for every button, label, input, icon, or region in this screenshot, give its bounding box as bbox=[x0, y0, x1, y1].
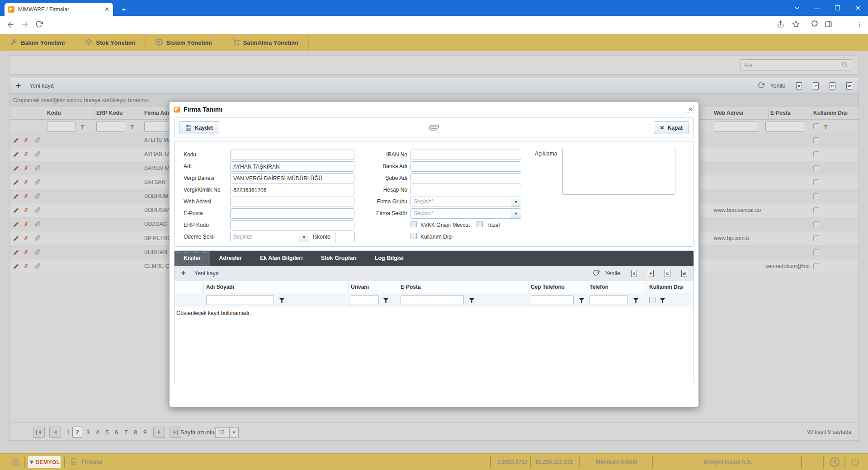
filter-eposta-input[interactable] bbox=[401, 295, 464, 305]
filter-funnel-icon[interactable] bbox=[279, 297, 284, 305]
delete-x-icon[interactable]: ✗ bbox=[24, 165, 28, 171]
firma-grubu-select[interactable]: Seçiniz! ▼ bbox=[410, 197, 521, 207]
window-minimize-button[interactable]: — bbox=[807, 0, 827, 16]
home-icon[interactable] bbox=[12, 458, 20, 468]
filter-adi-soyadi-input[interactable] bbox=[206, 295, 274, 305]
edit-pencil-icon[interactable] bbox=[13, 165, 19, 173]
col-unvani[interactable]: Ünvanı bbox=[351, 284, 369, 290]
filter-funnel-icon[interactable] bbox=[660, 297, 665, 305]
filter-erp-input[interactable] bbox=[96, 122, 125, 132]
next-page-button[interactable] bbox=[153, 427, 165, 438]
edit-pencil-icon[interactable] bbox=[13, 137, 19, 145]
new-tab-button[interactable]: + bbox=[118, 4, 129, 15]
hesap-no-input[interactable] bbox=[410, 185, 521, 195]
edit-pencil-icon[interactable] bbox=[13, 193, 19, 201]
delete-x-icon[interactable]: ✗ bbox=[24, 193, 28, 199]
delete-x-icon[interactable]: ✗ bbox=[24, 221, 28, 227]
page-number[interactable]: 1 bbox=[66, 429, 70, 436]
aciklama-textarea[interactable] bbox=[562, 148, 675, 195]
filter-funnel-icon[interactable] bbox=[579, 297, 584, 305]
browser-menu-kebab-icon[interactable]: ⋮ bbox=[856, 20, 863, 28]
page-size-select[interactable]: 10 ▼ bbox=[215, 427, 239, 438]
tab-log-bilgisi[interactable]: Log Bilgisi bbox=[366, 251, 413, 266]
sube-adi-input[interactable] bbox=[410, 173, 521, 183]
delete-x-icon[interactable]: ✗ bbox=[24, 137, 28, 143]
col-eposta[interactable]: E-Posta bbox=[770, 110, 791, 116]
page-number[interactable]: 5 bbox=[105, 429, 108, 436]
delete-x-icon[interactable]: ✗ bbox=[24, 207, 28, 213]
search-icon[interactable] bbox=[841, 61, 848, 70]
tab-stok-gruplari[interactable]: Stok Grupları bbox=[312, 251, 366, 266]
chevron-down-icon[interactable]: ▼ bbox=[229, 428, 238, 437]
filter-funnel-icon[interactable] bbox=[823, 123, 828, 132]
page-number[interactable]: 8 bbox=[134, 429, 137, 436]
attachment-clip-icon[interactable] bbox=[35, 249, 41, 256]
tab-close-icon[interactable]: ✕ bbox=[104, 6, 109, 13]
power-logout-icon[interactable] bbox=[851, 457, 859, 468]
new-record-button[interactable]: Yeni kayıt bbox=[194, 270, 219, 277]
row-kullanim-checkbox[interactable] bbox=[813, 235, 819, 241]
chevron-down-icon[interactable]: ▼ bbox=[299, 232, 309, 242]
vergi-kimlik-input[interactable] bbox=[230, 185, 354, 195]
first-page-button[interactable] bbox=[33, 427, 45, 438]
browser-tab[interactable]: MIMWARE / Firmalar ✕ bbox=[5, 3, 113, 16]
attachment-clip-icon[interactable] bbox=[35, 165, 41, 172]
vergi-dairesi-input[interactable] bbox=[230, 173, 354, 183]
attachment-clip-icon[interactable] bbox=[35, 179, 41, 186]
dialog-titlebar[interactable]: Firma Tanımı ✕ bbox=[170, 102, 698, 117]
filter-kullanim-checkbox[interactable] bbox=[649, 297, 656, 303]
erp-kodu-input[interactable] bbox=[230, 220, 354, 230]
odeme-sekli-select[interactable]: Seçiniz! ▼ bbox=[230, 232, 309, 242]
reload-icon[interactable] bbox=[35, 20, 43, 30]
menu-stok-yonetimi[interactable]: Stok Yönetimi bbox=[75, 34, 145, 51]
refresh-button[interactable]: Yenile bbox=[770, 83, 785, 89]
banka-adi-input[interactable] bbox=[410, 161, 521, 172]
iban-input[interactable] bbox=[410, 150, 521, 160]
refresh-icon[interactable] bbox=[758, 82, 764, 90]
row-kullanim-checkbox[interactable] bbox=[813, 137, 819, 143]
filter-funnel-icon[interactable] bbox=[80, 123, 85, 132]
xls-export-icon[interactable]: X bbox=[796, 82, 802, 89]
doc-export-icon[interactable]: W bbox=[681, 270, 687, 277]
window-close-button[interactable]: ✕ bbox=[848, 0, 868, 16]
attachment-clip-icon[interactable] bbox=[35, 221, 41, 228]
firma-sektor-select[interactable]: Seçiniz! ▼ bbox=[410, 208, 521, 219]
filter-funnel-icon[interactable] bbox=[383, 297, 388, 305]
side-panel-icon[interactable] bbox=[825, 20, 832, 30]
row-kullanim-checkbox[interactable] bbox=[813, 193, 819, 199]
kodu-input[interactable] bbox=[230, 150, 354, 160]
menu-sistem-yonetimi[interactable]: Sistem Yönetimi bbox=[146, 34, 222, 51]
last-page-button[interactable] bbox=[170, 427, 181, 438]
menu-bakim-yonetimi[interactable]: Bakım Yönetimi bbox=[0, 34, 75, 51]
pdf-export-icon[interactable]: P bbox=[648, 270, 654, 277]
search-box[interactable] bbox=[741, 59, 851, 71]
new-record-plus-icon[interactable]: + bbox=[16, 80, 21, 90]
row-kullanim-checkbox[interactable] bbox=[813, 249, 819, 255]
window-chevron-icon[interactable] bbox=[787, 0, 807, 16]
eposta-input[interactable] bbox=[230, 208, 354, 219]
edit-pencil-icon[interactable] bbox=[13, 179, 19, 187]
row-kullanim-checkbox[interactable] bbox=[813, 179, 819, 185]
row-kullanim-checkbox[interactable] bbox=[813, 263, 819, 269]
col-cep-telefonu[interactable]: Cep Telefonu bbox=[531, 284, 565, 290]
csv-export-icon[interactable]: C bbox=[830, 82, 835, 89]
attachment-clip-icon[interactable] bbox=[35, 235, 41, 242]
new-record-plus-icon[interactable]: + bbox=[181, 268, 186, 278]
col-kullanim-disi[interactable]: Kullanım Dışı bbox=[813, 110, 848, 116]
delete-x-icon[interactable]: ✗ bbox=[24, 263, 28, 269]
filter-telefon-input[interactable] bbox=[590, 295, 628, 305]
filter-eposta-input[interactable] bbox=[765, 122, 804, 132]
col-telefon[interactable]: Telefon bbox=[590, 284, 609, 290]
col-adi-soyadi[interactable]: Adı Soyadı bbox=[206, 284, 234, 290]
tab-kisiler[interactable]: Kişiler bbox=[175, 251, 210, 266]
attachment-clip-icon[interactable] bbox=[426, 121, 441, 136]
row-kullanim-checkbox[interactable] bbox=[813, 151, 819, 157]
xls-export-icon[interactable]: X bbox=[631, 270, 637, 277]
attachment-clip-icon[interactable] bbox=[35, 137, 41, 144]
web-adresi-input[interactable] bbox=[230, 197, 354, 207]
bookmark-star-icon[interactable] bbox=[792, 20, 800, 30]
page-number[interactable]: 4 bbox=[96, 429, 99, 436]
filter-cep-input[interactable] bbox=[531, 295, 574, 305]
refresh-button[interactable]: Yenile bbox=[605, 270, 620, 277]
current-page-number[interactable]: 2 bbox=[72, 427, 82, 438]
